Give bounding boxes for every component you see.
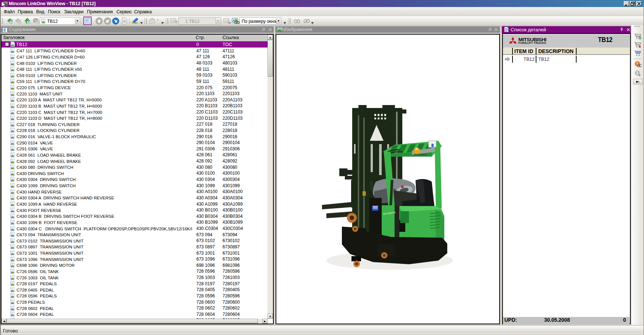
svg-text:1: 1	[636, 71, 638, 75]
